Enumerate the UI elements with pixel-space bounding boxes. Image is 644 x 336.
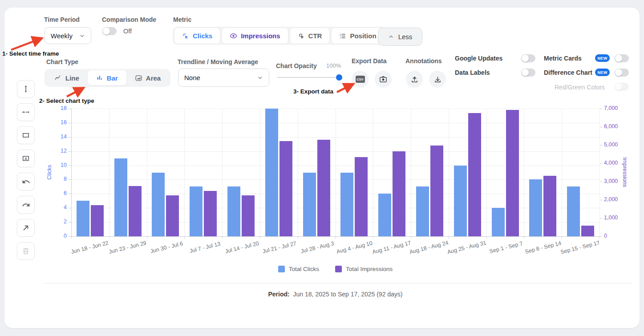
metric-impressions-button[interactable]: Impressions: [222, 28, 288, 44]
horizontal-line-tool-button[interactable]: [17, 103, 35, 121]
chart-type-bar-option[interactable]: Bar: [88, 70, 126, 85]
bar-total-clicks[interactable]: [529, 179, 542, 236]
annotations-upload-button[interactable]: [406, 71, 423, 88]
metric-button-group: Clicks Impressions CTR Position: [173, 27, 386, 45]
bar-total-impressions[interactable]: [317, 140, 330, 236]
csv-icon: CSV: [356, 76, 365, 83]
trend-arrow-tool-button[interactable]: [17, 219, 35, 237]
bar-total-clicks[interactable]: [340, 173, 353, 237]
line-chart-icon: [54, 74, 62, 82]
toggle-knob: [615, 83, 622, 90]
cursor-click-icon: [182, 32, 189, 40]
less-button[interactable]: Less: [378, 28, 422, 46]
legend-item-total-impressions[interactable]: Total Impressions: [335, 266, 393, 272]
comparison-mode-toggle[interactable]: [102, 27, 117, 35]
new-badge: NEW: [595, 54, 610, 62]
metric-position-button[interactable]: Position: [331, 28, 384, 44]
bar-total-impressions[interactable]: [506, 110, 519, 236]
bar-total-clicks[interactable]: [227, 186, 240, 236]
bar-total-clicks[interactable]: [454, 166, 467, 236]
bar-total-impressions[interactable]: [393, 151, 405, 236]
difference-chart-toggle[interactable]: [615, 69, 629, 77]
bar-total-impressions[interactable]: [279, 141, 292, 236]
gridline-vertical: [373, 109, 373, 236]
metric-impressions-label: Impressions: [241, 32, 280, 40]
chart-opacity-label: Chart Opacity: [276, 62, 317, 69]
bar-total-clicks[interactable]: [378, 194, 391, 236]
chart-type-label: Chart Type: [46, 58, 78, 65]
metric-cards-toggle[interactable]: [615, 54, 629, 62]
chart-type-line-label: Line: [65, 74, 79, 82]
camera-icon: [379, 75, 388, 84]
y-axis-tick-label-right: 3,000: [604, 178, 618, 184]
text-box-tool-button[interactable]: A: [17, 150, 35, 167]
bar-total-impressions[interactable]: [430, 146, 443, 236]
metric-clicks-button[interactable]: Clicks: [174, 28, 220, 44]
bar-total-clicks[interactable]: [190, 186, 203, 236]
undo-button[interactable]: [17, 173, 35, 190]
annotations-download-button[interactable]: [429, 71, 446, 88]
export-csv-button[interactable]: CSV: [352, 71, 369, 88]
y-axis-tick-label-left: 16: [45, 119, 67, 125]
rectangle-icon: [21, 131, 30, 140]
comparison-mode-label: Comparison Mode: [102, 16, 156, 23]
google-updates-toggle[interactable]: [521, 54, 535, 62]
bar-total-impressions[interactable]: [166, 195, 179, 236]
legend-label-total-impressions: Total Impressions: [346, 266, 393, 272]
bar-total-impressions[interactable]: [129, 186, 142, 236]
metric-ctr-button[interactable]: CTR: [290, 28, 330, 44]
chart-opacity-slider[interactable]: [277, 74, 342, 81]
gridline-vertical: [336, 109, 336, 236]
data-labels-toggle[interactable]: [521, 69, 535, 77]
gridline-vertical: [562, 109, 562, 236]
gridline-vertical: [109, 109, 109, 236]
slider-thumb[interactable]: [336, 74, 342, 81]
bar-total-impressions[interactable]: [355, 157, 368, 236]
period-value: Jun 18, 2025 to Sep 17, 2025 (92 days): [293, 291, 403, 298]
y-axis-tick-label-left: 0: [45, 233, 67, 239]
bar-total-clicks[interactable]: [114, 158, 127, 236]
chevron-down-icon: [79, 33, 85, 39]
bar-total-impressions[interactable]: [204, 191, 217, 237]
trendline-value: None: [184, 74, 200, 81]
trendline-dropdown[interactable]: None: [178, 69, 269, 87]
slider-track[interactable]: [277, 77, 342, 78]
time-period-dropdown[interactable]: Weekly: [45, 27, 91, 44]
delete-annotation-button[interactable]: [17, 242, 35, 260]
axis-tick-mark: [562, 236, 562, 239]
y-axis-tick-label-right: 0: [604, 233, 607, 239]
legend-item-total-clicks[interactable]: Total Clicks: [278, 266, 319, 272]
trash-icon: [22, 247, 30, 255]
export-screenshot-button[interactable]: [375, 71, 392, 88]
bar-total-clicks[interactable]: [265, 109, 278, 236]
y-axis-tick-label-right: 2,000: [604, 196, 618, 202]
bar-total-impressions[interactable]: [581, 226, 594, 236]
bar-total-clicks[interactable]: [492, 208, 505, 236]
y-axis-tick-label-right: 1,000: [604, 215, 618, 221]
bar-total-clicks[interactable]: [567, 186, 580, 236]
vertical-line-tool-button[interactable]: [17, 80, 35, 98]
eye-icon: [230, 32, 237, 40]
axis-tick-mark: [373, 236, 373, 239]
toggle-knob: [103, 28, 110, 35]
bar-total-impressions[interactable]: [543, 176, 556, 236]
period-summary: Period: Jun 18, 2025 to Sep 17, 2025 (92…: [71, 291, 599, 298]
bar-total-clicks[interactable]: [77, 201, 89, 236]
bar-total-clicks[interactable]: [303, 173, 316, 237]
redo-button[interactable]: [17, 196, 35, 214]
gridline-vertical: [486, 109, 487, 236]
metric-clicks-label: Clicks: [193, 32, 212, 40]
bar-total-clicks[interactable]: [416, 186, 429, 236]
bar-total-impressions[interactable]: [468, 113, 481, 236]
axis-tick-mark: [222, 236, 223, 239]
chart-type-bar-label: Bar: [107, 74, 118, 82]
rectangle-tool-button[interactable]: [17, 126, 35, 144]
bar-total-impressions[interactable]: [242, 195, 255, 236]
chart-type-line-option[interactable]: Line: [46, 70, 88, 85]
legend-swatch-clicks: [278, 266, 285, 272]
chart-type-area-option[interactable]: Area: [126, 70, 169, 85]
comparison-mode-state: Off: [123, 28, 132, 35]
bar-total-impressions[interactable]: [91, 205, 104, 236]
red-green-colors-toggle: [615, 83, 629, 91]
bar-total-clicks[interactable]: [152, 173, 165, 237]
